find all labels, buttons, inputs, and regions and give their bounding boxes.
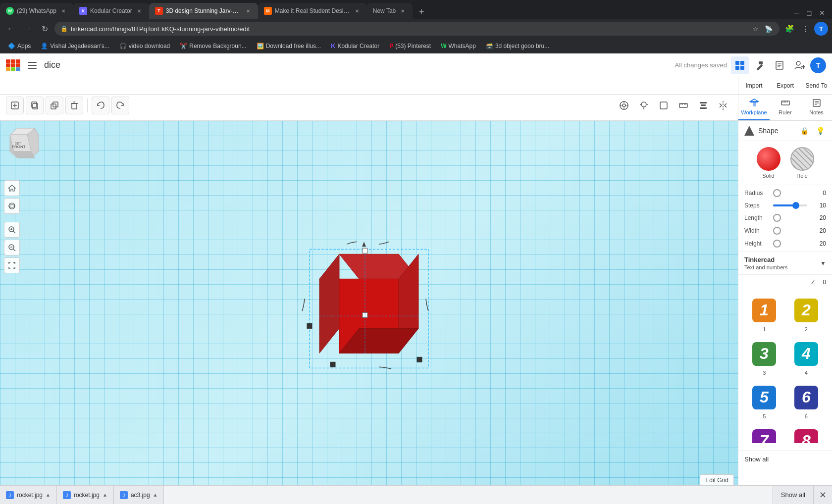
user-avatar[interactable]: T bbox=[810, 57, 826, 73]
redo-button[interactable] bbox=[111, 97, 129, 114]
bookmarks-remove-bg[interactable]: ✂️ Remove Backgroun... bbox=[176, 42, 250, 50]
new-tab-button[interactable]: + bbox=[415, 5, 428, 19]
shape-icon-button[interactable] bbox=[655, 97, 673, 114]
edit-grid-button[interactable]: Edit Grid bbox=[700, 474, 734, 486]
star-icon[interactable]: ☆ bbox=[751, 24, 761, 34]
camera-icon-button[interactable] bbox=[615, 97, 633, 114]
workplane-tab[interactable]: Workplane bbox=[738, 95, 770, 120]
tab-tinkercad[interactable]: T 3D design Stunning Jarv-Vihelmo... ✕ bbox=[149, 3, 258, 19]
file-1-chevron[interactable]: ▲ bbox=[103, 492, 107, 498]
duplicate-button[interactable] bbox=[46, 97, 63, 114]
tab-whatsapp-close[interactable]: ✕ bbox=[59, 7, 67, 15]
shape-info-icon[interactable]: 💡 bbox=[814, 125, 826, 137]
bookmarks-bar: 🔷 Apps 👤 Vishal Jegadeesan's... 🎧 video … bbox=[0, 39, 832, 53]
notes-tab[interactable]: Notes bbox=[801, 95, 832, 120]
new-object-button[interactable] bbox=[6, 97, 24, 114]
secondary-toolbar bbox=[0, 95, 738, 116]
tab-make[interactable]: M Make it Real Student Design Cha... ✕ bbox=[258, 3, 367, 19]
maximize-button[interactable]: ◻ bbox=[803, 7, 815, 19]
slider-thumb[interactable] bbox=[792, 202, 799, 209]
shape-item-6[interactable]: 6 6 bbox=[786, 381, 827, 422]
tab-whatsapp[interactable]: W (29) WhatsApp ✕ bbox=[0, 3, 73, 19]
forward-button[interactable]: → bbox=[21, 22, 35, 36]
file-0-icon: J bbox=[6, 491, 14, 499]
back-button[interactable]: ← bbox=[4, 22, 18, 36]
bookmarks-apps[interactable]: 🔷 Apps bbox=[4, 42, 35, 50]
hammer-icon-button[interactable] bbox=[751, 56, 769, 74]
bookmarks-download[interactable]: 🖼️ Download free illus... bbox=[253, 42, 325, 50]
show-all-files-button[interactable]: Show all bbox=[773, 486, 813, 504]
shape-item-8[interactable]: 8 bbox=[786, 424, 827, 446]
radius-input[interactable] bbox=[773, 189, 781, 197]
measure-icon-button[interactable] bbox=[675, 97, 692, 114]
file-item-0[interactable]: J rocket.jpg ▲ bbox=[0, 486, 57, 504]
refresh-button[interactable]: ↻ bbox=[38, 22, 52, 36]
copy-button[interactable] bbox=[26, 97, 44, 114]
shape-item-1[interactable]: 1 1 bbox=[744, 294, 784, 335]
bookmarks-kodular[interactable]: K Kodular Creator bbox=[327, 41, 383, 50]
bookmarks-video[interactable]: 🎧 video download bbox=[115, 42, 174, 50]
tab-kodular[interactable]: K Kodular Creator ✕ bbox=[73, 3, 149, 19]
hammer-icon bbox=[755, 60, 765, 70]
collapse-shape-button[interactable] bbox=[744, 126, 754, 136]
width-input[interactable] bbox=[773, 227, 781, 235]
home-view-button[interactable] bbox=[4, 180, 20, 196]
3d-cube-object[interactable] bbox=[300, 239, 438, 380]
app-content: dice All changes saved bbox=[0, 53, 832, 504]
menu-icon[interactable] bbox=[24, 57, 40, 73]
length-input[interactable] bbox=[773, 214, 781, 222]
file-2-chevron[interactable]: ▲ bbox=[153, 492, 158, 498]
tab-newtab[interactable]: New Tab ✕ bbox=[367, 3, 413, 19]
grid-view-button[interactable] bbox=[731, 56, 749, 74]
bookmarks-vishal[interactable]: 👤 Vishal Jegadeesan's... bbox=[37, 42, 113, 50]
address-bar[interactable]: 🔒 tinkercad.com/things/8TPqTonEkKQ-stunn… bbox=[54, 22, 780, 36]
tab-make-close[interactable]: ✕ bbox=[353, 7, 361, 15]
fit-button[interactable] bbox=[4, 257, 20, 273]
mirror-icon-button[interactable] bbox=[714, 97, 732, 114]
document-icon-button[interactable] bbox=[771, 56, 788, 74]
file-item-1[interactable]: J rocket.jpg ▲ bbox=[57, 486, 114, 504]
bookmarks-pinterest[interactable]: P (53) Pinterest bbox=[385, 42, 435, 50]
ruler-tab[interactable]: Ruler bbox=[770, 95, 801, 120]
view-cube[interactable]: 3ET FRONT bbox=[5, 126, 45, 165]
tab-tinkercad-close[interactable]: ✕ bbox=[244, 7, 252, 15]
file-item-2[interactable]: J ac3.jpg ▲ bbox=[114, 486, 164, 504]
delete-button[interactable] bbox=[65, 97, 83, 114]
undo-button[interactable] bbox=[92, 97, 109, 114]
light-icon-button[interactable] bbox=[635, 97, 653, 114]
export-button[interactable]: Export bbox=[770, 77, 801, 94]
file-0-chevron[interactable]: ▲ bbox=[46, 492, 51, 498]
profile-avatar[interactable]: T bbox=[814, 22, 828, 36]
cast-icon[interactable]: 📡 bbox=[764, 24, 774, 34]
tinkercad-section-header[interactable]: Tinkercad Text and numbers ▼ bbox=[744, 256, 826, 270]
shape-item-4[interactable]: 4 4 bbox=[786, 337, 827, 379]
solid-shape-button[interactable]: Solid bbox=[757, 147, 780, 179]
shape-item-5[interactable]: 5 5 bbox=[744, 381, 784, 422]
import-button[interactable]: Import bbox=[738, 77, 770, 94]
send-to-button[interactable]: Send To bbox=[801, 77, 832, 94]
shape-lock-icon[interactable]: 🔒 bbox=[798, 125, 810, 137]
zoom-in-button[interactable] bbox=[4, 222, 20, 238]
shape-item-2[interactable]: 2 2 bbox=[786, 294, 827, 335]
bookmarks-3dobject[interactable]: 🗃️ 3d object gooo bru... bbox=[482, 42, 553, 50]
height-input[interactable] bbox=[773, 240, 781, 248]
hole-shape-button[interactable]: Hole bbox=[790, 147, 814, 179]
zoom-out-button[interactable] bbox=[4, 240, 20, 255]
extensions-icon[interactable]: 🧩 bbox=[782, 22, 796, 36]
minimize-button[interactable]: ─ bbox=[790, 7, 802, 19]
tab-kodular-close[interactable]: ✕ bbox=[135, 7, 143, 15]
align-icon-button[interactable] bbox=[694, 97, 712, 114]
viewport[interactable]: 3ET FRONT bbox=[0, 121, 738, 504]
steps-slider[interactable] bbox=[773, 204, 807, 206]
add-person-button[interactable] bbox=[790, 56, 808, 74]
close-button[interactable]: ✕ bbox=[816, 7, 828, 19]
shape-item-3[interactable]: 3 3 bbox=[744, 337, 784, 379]
close-file-bar-button[interactable]: ✕ bbox=[813, 486, 832, 504]
tab-newtab-close[interactable]: ✕ bbox=[399, 7, 407, 15]
more-icon[interactable]: ⋮ bbox=[798, 22, 812, 36]
bookmarks-whatsapp[interactable]: W WhatsApp bbox=[437, 42, 480, 50]
tinkercad-logo[interactable] bbox=[6, 59, 20, 71]
shape-item-7[interactable]: 7 bbox=[744, 424, 784, 446]
orbit-button[interactable] bbox=[4, 198, 20, 214]
show-all-button[interactable]: Show all bbox=[744, 455, 769, 463]
